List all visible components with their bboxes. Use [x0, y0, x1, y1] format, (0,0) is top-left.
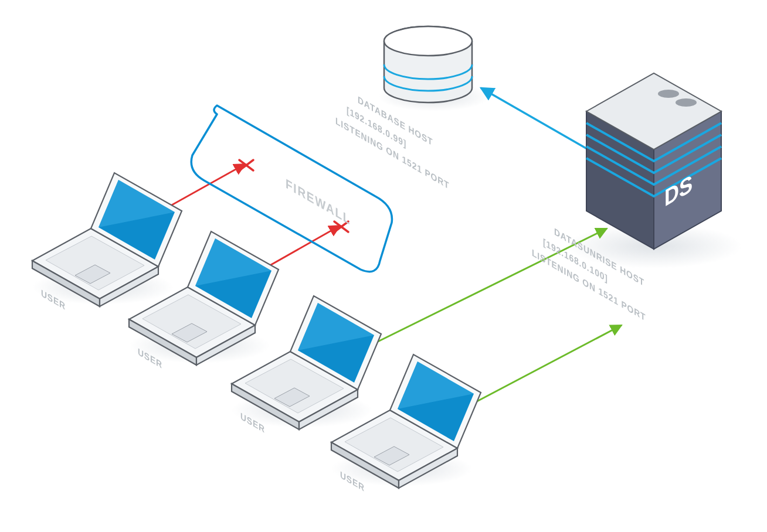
connection-user4-to-server: [460, 325, 622, 410]
svg-point-5: [676, 98, 697, 107]
connection-user3-to-server: [358, 229, 607, 352]
svg-point-6: [658, 90, 679, 98]
server-icon: DS: [586, 73, 721, 249]
firewall-label: FIREWALL: [286, 176, 351, 228]
db-host-line3: LISTENING ON 1521 PORT: [335, 115, 449, 191]
database-icon: [384, 26, 472, 103]
svg-point-4: [384, 26, 472, 56]
